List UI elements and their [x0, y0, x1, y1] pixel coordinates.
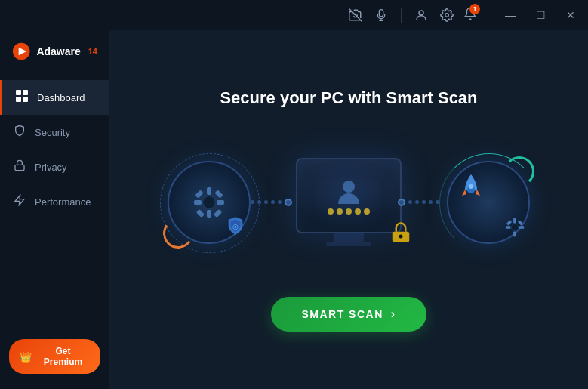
- sidebar-item-dashboard-label: Dashboard: [37, 92, 85, 103]
- sidebar-item-privacy-label: Privacy: [35, 162, 67, 173]
- lock-icon: [389, 221, 412, 244]
- svg-rect-12: [207, 187, 211, 195]
- left-security-circle: ◎: [168, 161, 251, 244]
- sidebar-bottom: 👑 Get Premium: [0, 324, 109, 389]
- svg-rect-19: [214, 208, 222, 217]
- svg-rect-17: [214, 190, 223, 198]
- dot: [257, 200, 261, 204]
- sidebar-item-privacy[interactable]: Privacy: [0, 150, 109, 184]
- dot: [429, 200, 433, 204]
- svg-text:◎: ◎: [232, 222, 239, 230]
- close-button[interactable]: ✕: [559, 6, 582, 24]
- svg-rect-15: [217, 200, 224, 205]
- camera-off-icon[interactable]: [346, 6, 365, 24]
- svg-point-24: [399, 235, 403, 239]
- right-security-circle: [447, 161, 530, 244]
- main-title: Secure your PC with Smart Scan: [220, 88, 477, 108]
- dot: [251, 200, 254, 204]
- svg-rect-8: [16, 97, 21, 102]
- svg-line-0: [349, 9, 362, 22]
- svg-rect-30: [506, 226, 511, 229]
- dot: [278, 200, 282, 204]
- privacy-icon: [12, 159, 27, 174]
- dot: [264, 200, 268, 204]
- teal-arc: [504, 156, 534, 187]
- separator2: [488, 8, 488, 23]
- settings-icon[interactable]: [438, 6, 456, 24]
- small-gear-icon: [504, 217, 525, 238]
- shield-small-icon: ◎: [225, 215, 246, 236]
- dot: [408, 200, 412, 204]
- svg-rect-32: [506, 220, 512, 225]
- title-bar-icons: 1 — ☐ ✕: [346, 6, 582, 24]
- notification-badge: 1: [469, 4, 480, 14]
- sidebar-nav: Dashboard Security Privacy: [0, 80, 109, 324]
- smart-scan-label: SMART SCAN: [301, 308, 383, 320]
- monitor-stand: [334, 233, 364, 242]
- center-monitor: [296, 158, 402, 246]
- notification-icon[interactable]: 1: [463, 7, 477, 23]
- svg-rect-6: [16, 90, 21, 95]
- dashboard-icon: [14, 90, 29, 105]
- sidebar-item-security-label: Security: [35, 127, 70, 138]
- dot: [415, 200, 419, 204]
- svg-rect-10: [15, 165, 24, 170]
- get-premium-button[interactable]: 👑 Get Premium: [9, 339, 100, 374]
- sidebar-item-performance-label: Performance: [35, 196, 91, 208]
- main-content: Secure your PC with Smart Scan: [109, 30, 588, 389]
- sidebar: Adaware 14 Dashboard Security: [0, 0, 109, 389]
- svg-rect-9: [23, 97, 28, 102]
- svg-point-26: [469, 184, 473, 189]
- app-name: Adaware: [36, 45, 80, 57]
- orange-arc: [161, 215, 195, 250]
- svg-rect-16: [195, 190, 203, 198]
- sidebar-item-dashboard[interactable]: Dashboard: [0, 80, 109, 115]
- minimize-button[interactable]: —: [499, 6, 522, 24]
- dot: [271, 200, 275, 204]
- gear-icon: [190, 184, 228, 221]
- svg-rect-18: [196, 208, 205, 217]
- smart-scan-button[interactable]: SMART SCAN ›: [271, 297, 426, 332]
- svg-point-2: [419, 11, 423, 15]
- scan-arrow-icon: ›: [391, 307, 396, 321]
- svg-point-20: [203, 196, 215, 208]
- svg-rect-28: [513, 218, 516, 223]
- svg-point-3: [445, 14, 449, 17]
- premium-label: Get Premium: [36, 346, 90, 367]
- adaware-logo-icon: [12, 41, 30, 62]
- performance-icon: [12, 194, 27, 209]
- crown-icon: 👑: [20, 351, 32, 363]
- app-logo: Adaware 14: [0, 30, 109, 73]
- svg-point-34: [511, 224, 518, 230]
- title-bar: 1 — ☐ ✕: [0, 0, 588, 30]
- separator: [401, 8, 402, 23]
- user-account-icon[interactable]: [412, 6, 430, 24]
- mic-icon[interactable]: [372, 6, 390, 24]
- svg-point-11: [203, 196, 215, 208]
- connector-start: [398, 199, 405, 206]
- sidebar-item-security[interactable]: Security: [0, 115, 109, 150]
- sidebar-item-performance[interactable]: Performance: [0, 184, 109, 219]
- monitor-screen: [296, 158, 402, 233]
- rocket-icon: [457, 171, 485, 202]
- connector-left: [251, 202, 300, 203]
- connector-end: [285, 199, 292, 206]
- svg-rect-13: [207, 210, 211, 218]
- security-icon: [12, 125, 27, 140]
- dot: [422, 200, 426, 204]
- svg-rect-7: [23, 90, 28, 95]
- app-version: 14: [88, 47, 97, 56]
- svg-rect-31: [519, 226, 525, 229]
- svg-rect-33: [518, 220, 523, 225]
- svg-rect-14: [194, 200, 202, 205]
- maximize-button[interactable]: ☐: [529, 6, 552, 24]
- monitor-base: [326, 242, 371, 246]
- svg-rect-29: [513, 231, 516, 236]
- security-illustration: ◎: [168, 138, 530, 267]
